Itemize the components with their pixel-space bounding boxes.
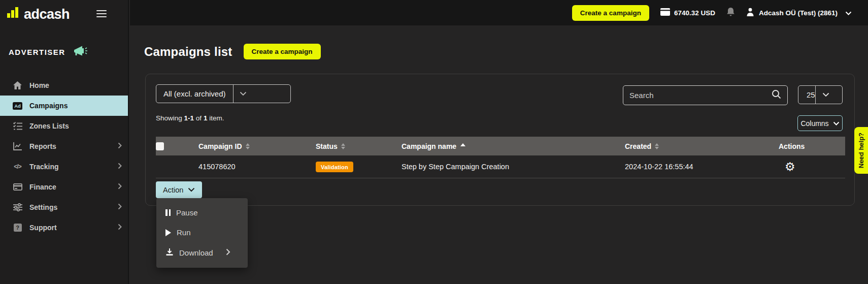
status-filter-select[interactable]: All (excl. archived) bbox=[156, 84, 291, 103]
adcash-logo[interactable]: adcash bbox=[7, 6, 70, 21]
header-campaign-name[interactable]: Campaign name bbox=[402, 142, 625, 150]
campaign-id-cell: 415078620 bbox=[198, 163, 316, 171]
main-content: Campaigns list Create a campaign All (ex… bbox=[130, 25, 868, 284]
topbar: Create a campaign 6740.32 USD Adcash OÜ … bbox=[130, 0, 868, 25]
sidebar-item-settings[interactable]: Settings bbox=[0, 197, 128, 217]
campaign-name-cell: Step by Step Campaign Creation bbox=[402, 163, 625, 171]
table-row: 415078620 Validation Step by Step Campai… bbox=[156, 155, 845, 178]
sidebar: adcash ADVERTISER bbox=[0, 0, 129, 284]
logo-row: adcash bbox=[0, 0, 128, 26]
create-campaign-button-topbar[interactable]: Create a campaign bbox=[572, 5, 649, 21]
sidebar-item-home[interactable]: Home bbox=[0, 75, 128, 96]
sidebar-item-support[interactable]: ? Support bbox=[0, 217, 128, 238]
chevron-down-icon bbox=[188, 187, 195, 192]
sort-icon bbox=[341, 143, 345, 149]
download-icon bbox=[165, 248, 174, 258]
header-status[interactable]: Status bbox=[316, 142, 402, 150]
created-cell: 2024-10-22 16:55:44 bbox=[625, 163, 779, 171]
megaphone-icon bbox=[72, 44, 88, 60]
status-cell: Validation bbox=[316, 162, 402, 172]
pause-icon bbox=[165, 209, 171, 216]
search-input[interactable] bbox=[629, 91, 772, 100]
list-icon bbox=[13, 122, 22, 130]
results-summary: Showing 1-1 of 1 item. bbox=[156, 114, 224, 122]
select-all-checkbox-cell bbox=[156, 142, 198, 150]
menu-item-run[interactable]: Run bbox=[156, 223, 248, 242]
balance[interactable]: 6740.32 USD bbox=[660, 8, 715, 17]
sidebar-item-label: Campaigns bbox=[29, 102, 68, 110]
header-actions: Actions bbox=[779, 142, 845, 150]
sidebar-item-label: Finance bbox=[29, 183, 56, 191]
gear-icon[interactable]: ⚙ bbox=[785, 160, 795, 173]
chevron-down-icon bbox=[845, 9, 852, 17]
bars-logo-icon bbox=[7, 6, 20, 21]
sidebar-nav: Home Ad Campaigns Zones Lists bbox=[0, 75, 128, 238]
account-menu[interactable]: Adcash OÜ (Test) (2861) bbox=[746, 8, 852, 18]
action-dropdown-menu: Pause Run Download bbox=[156, 198, 248, 268]
page-header: Campaigns list Create a campaign bbox=[144, 44, 321, 59]
results-range: 1-1 bbox=[184, 114, 194, 122]
sidebar-item-label: Home bbox=[29, 81, 49, 89]
status-badge: Validation bbox=[316, 162, 353, 172]
sidebar-item-finance[interactable]: Finance bbox=[0, 177, 128, 197]
action-button[interactable]: Action bbox=[156, 181, 202, 198]
select-all-checkbox[interactable] bbox=[156, 142, 164, 150]
sidebar-item-tracking[interactable]: </> Tracking bbox=[0, 156, 128, 177]
actions-cell: ⚙ bbox=[779, 161, 845, 173]
search-icon[interactable] bbox=[772, 89, 781, 101]
chevron-right-icon bbox=[118, 163, 122, 171]
chevron-down-icon bbox=[833, 121, 840, 125]
chevron-down-icon bbox=[233, 85, 253, 103]
question-icon: ? bbox=[13, 224, 22, 232]
page-title: Campaigns list bbox=[144, 45, 232, 59]
hamburger-menu-icon[interactable] bbox=[96, 10, 107, 17]
notifications-bell-icon[interactable] bbox=[726, 7, 735, 19]
portal-label: ADVERTISER bbox=[9, 48, 65, 56]
header-created[interactable]: Created bbox=[625, 142, 779, 150]
chevron-right-icon bbox=[226, 248, 230, 257]
page-size-select[interactable]: 25 bbox=[798, 85, 843, 104]
create-campaign-button-page[interactable]: Create a campaign bbox=[244, 44, 321, 59]
sidebar-item-label: Tracking bbox=[29, 163, 59, 171]
columns-button[interactable]: Columns bbox=[797, 115, 843, 131]
sidebar-item-campaigns[interactable]: Ad Campaigns bbox=[0, 96, 128, 116]
portal-row: ADVERTISER bbox=[0, 26, 128, 60]
campaigns-panel: All (excl. archived) 25 Showing 1-1 of 1 bbox=[145, 74, 855, 206]
chart-icon bbox=[13, 142, 22, 150]
balance-amount: 6740.32 USD bbox=[674, 9, 715, 17]
sidebar-item-zones-lists[interactable]: Zones Lists bbox=[0, 116, 128, 136]
results-total: 1 bbox=[204, 114, 208, 122]
menu-item-pause[interactable]: Pause bbox=[156, 203, 248, 223]
chevron-right-icon bbox=[118, 224, 122, 232]
campaigns-table: Campaign ID Status Campaign name Created… bbox=[156, 137, 845, 178]
logo-text: adcash bbox=[24, 8, 70, 21]
need-help-tab[interactable]: Need help? bbox=[854, 127, 868, 174]
search-box bbox=[623, 85, 788, 105]
table-header-row: Campaign ID Status Campaign name Created… bbox=[156, 137, 845, 155]
chevron-right-icon bbox=[118, 183, 122, 191]
card-icon bbox=[13, 183, 22, 191]
menu-item-download[interactable]: Download bbox=[156, 242, 248, 263]
ad-icon: Ad bbox=[13, 102, 22, 110]
sidebar-item-label: Zones Lists bbox=[29, 122, 69, 130]
chevron-right-icon bbox=[118, 203, 122, 211]
person-icon bbox=[746, 8, 754, 18]
status-filter-value: All (excl. archived) bbox=[156, 85, 233, 103]
sidebar-item-reports[interactable]: Reports bbox=[0, 136, 128, 156]
sidebar-item-label: Reports bbox=[29, 142, 56, 150]
sort-asc-icon bbox=[460, 143, 465, 146]
account-name: Adcash OÜ (Test) (2861) bbox=[759, 9, 838, 17]
home-icon bbox=[13, 81, 22, 89]
chevron-right-icon bbox=[118, 142, 122, 150]
sliders-icon bbox=[13, 203, 22, 211]
chevron-down-icon bbox=[815, 86, 836, 104]
sidebar-item-label: Settings bbox=[29, 203, 57, 211]
sort-icon bbox=[655, 143, 659, 149]
code-icon: </> bbox=[13, 163, 22, 170]
wallet-icon bbox=[660, 8, 670, 17]
page-size-value: 25 bbox=[798, 86, 815, 104]
sidebar-item-label: Support bbox=[29, 224, 57, 232]
header-campaign-id[interactable]: Campaign ID bbox=[198, 142, 316, 150]
play-icon bbox=[165, 229, 171, 236]
sort-icon bbox=[246, 143, 250, 149]
